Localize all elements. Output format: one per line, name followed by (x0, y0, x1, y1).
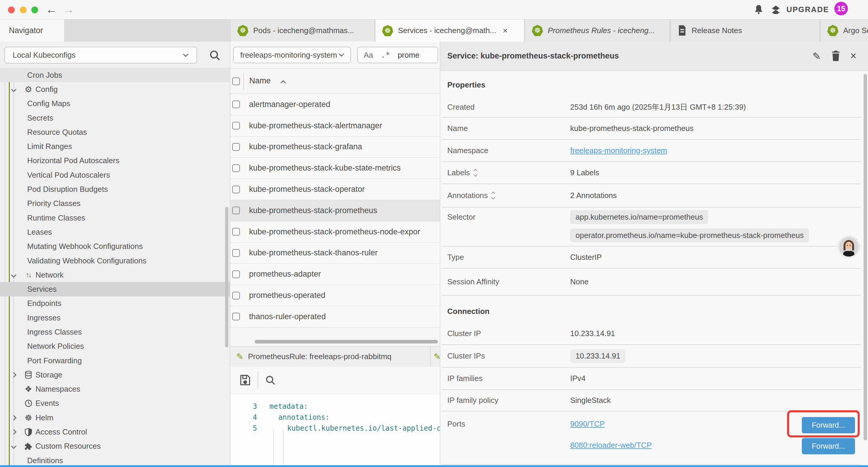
namespace-filter-select[interactable]: freeleaps-monitoring-system (233, 47, 351, 63)
table-row[interactable]: alertmanager-operated (230, 94, 440, 115)
row-checkbox[interactable] (232, 122, 240, 129)
row-checkbox[interactable] (232, 270, 240, 278)
tree-item-mutating-webhook-configurations[interactable]: Mutating Webhook Configurations (0, 239, 230, 254)
row-checkbox[interactable] (232, 207, 240, 214)
edit-pencil-icon[interactable]: ✎ (812, 50, 821, 62)
expand-collapse-icon[interactable] (474, 169, 477, 176)
tree-item-definitions[interactable]: Definitions (0, 454, 230, 465)
tab-prometheus-rules[interactable]: ☸ Prometheus Rules - icecheng... (525, 20, 670, 41)
row-checkbox[interactable] (232, 249, 240, 257)
table-row[interactable]: kube-prometheus-stack-operator (230, 179, 440, 200)
table-row[interactable]: kube-prometheus-stack-thanos-ruler (230, 243, 440, 264)
divider (441, 295, 861, 296)
detail-row-annotations: Annotations 2 Annotations (447, 184, 858, 207)
tree-item-runtime-classes[interactable]: Runtime Classes (0, 211, 230, 225)
tree-item-secrets[interactable]: Secrets (0, 111, 230, 125)
tab-services[interactable]: ☸ Services - icecheng@math... × (375, 20, 524, 42)
port-link[interactable]: 8080:reloader-web/TCP (570, 441, 652, 450)
horizontal-scrollbar[interactable] (230, 339, 440, 344)
port-link[interactable]: 9090/TCP (570, 419, 605, 429)
tree-item-limit-ranges[interactable]: Limit Ranges (0, 139, 230, 153)
tree-item-resource-quotas[interactable]: Resource Quotas (0, 125, 230, 139)
tree-item-ingresses[interactable]: Ingresses (0, 311, 230, 325)
search-icon[interactable] (209, 49, 221, 61)
table-row[interactable]: kube-prometheus-stack-alertmanager (230, 115, 440, 137)
forward-arrow-icon[interactable]: → (63, 4, 74, 16)
editor-tab-partial[interactable]: ✎ (431, 346, 440, 367)
namespace-link[interactable]: freeleaps-monitoring-system (570, 146, 667, 155)
tree-item-network[interactable]: ↑↓ Network (0, 268, 230, 282)
table-row[interactable]: kube-prometheus-stack-kube-state-metrics (230, 157, 440, 179)
tree-item-pod-disruption-budgets[interactable]: Pod Disruption Budgets (0, 182, 230, 196)
upgrade-icon[interactable] (770, 4, 782, 16)
tree-item-priority-classes[interactable]: Priority Classes (0, 197, 230, 211)
tree-item-endpoints[interactable]: Endpoints (0, 296, 230, 311)
yaml-editor[interactable]: 3 metadata: 4 annotations: 5 kubectl.kub… (230, 394, 440, 465)
row-checkbox[interactable] (232, 313, 240, 320)
resource-list-panel: freeleaps-monitoring-system Aa .* prome … (230, 41, 440, 465)
tree-item-leases[interactable]: Leases (0, 225, 230, 239)
editor-tab-prometheusrule[interactable]: ✎ PrometheusRule: freeleaps-prod-rabbitm… (230, 346, 430, 367)
tab-label: Prometheus Rules - icecheng... (548, 26, 655, 35)
table-row[interactable]: prometheus-operated (230, 285, 440, 306)
tree-item-ingress-classes[interactable]: Ingress Classes (0, 325, 230, 339)
tree-item-horizontal-pod-autoscalers[interactable]: Horizontal Pod Autoscalers (0, 154, 230, 168)
forward-port-button-2[interactable]: Forward... (802, 438, 855, 454)
expand-collapse-icon[interactable] (492, 192, 495, 199)
tree-item-port-forwarding[interactable]: Port Forwarding (0, 353, 230, 368)
row-checkbox[interactable] (232, 164, 240, 172)
column-header-name[interactable]: Name (249, 76, 271, 85)
tree-item-access-control[interactable]: Access Control (0, 425, 230, 439)
delete-trash-icon[interactable] (831, 50, 841, 61)
close-tab-icon[interactable]: × (503, 26, 507, 35)
row-checkbox[interactable] (232, 185, 240, 193)
kubeconfig-context-select[interactable]: Local Kubeconfigs (4, 47, 197, 63)
tab-argo[interactable]: ☸ Argo Se (821, 20, 868, 41)
tree-item-namespaces[interactable]: ❖ Namespaces (0, 382, 230, 396)
regex-icon[interactable]: .* (381, 51, 390, 59)
editor-search-icon[interactable] (265, 375, 276, 386)
tree-item-events[interactable]: Events (0, 396, 230, 411)
detail-row-namespace: Namespace freeleaps-monitoring-system (447, 140, 858, 161)
row-checkbox[interactable] (232, 228, 240, 236)
save-icon[interactable] (239, 374, 251, 386)
tree-item-services[interactable]: Services (0, 282, 230, 296)
row-checkbox[interactable] (232, 100, 240, 108)
tab-label: Services - icecheng@math... (398, 26, 496, 35)
minimize-button[interactable] (20, 6, 27, 13)
avatar[interactable] (838, 236, 860, 258)
table-row[interactable]: thanos-ruler-operated (230, 306, 440, 327)
row-checkbox[interactable] (232, 143, 240, 151)
tree-item-config[interactable]: ⚙ Config (0, 82, 230, 96)
tree-item-storage[interactable]: Storage (0, 368, 230, 382)
tab-release-notes[interactable]: Release Notes (671, 20, 820, 41)
search-input[interactable]: Aa .* prome (357, 47, 438, 63)
filter-bar: freeleaps-monitoring-system Aa .* prome (230, 41, 440, 68)
tree-item-network-policies[interactable]: Network Policies (0, 339, 230, 353)
table-row-selected[interactable]: kube-prometheus-stack-prometheus (230, 200, 440, 222)
table-row[interactable]: kube-prometheus-stack-prometheus-node-ex… (230, 222, 440, 243)
close-panel-icon[interactable]: × (850, 50, 857, 62)
back-arrow-icon[interactable]: ← (46, 4, 57, 16)
notification-count-badge[interactable]: 15 (834, 2, 848, 16)
select-all-checkbox[interactable] (232, 78, 240, 85)
detail-row-ip-family-policy: IP family policy SingleStack (447, 390, 858, 411)
table-row[interactable]: prometheus-adapter (230, 264, 440, 285)
tree-item-config-maps[interactable]: Config Maps (0, 97, 230, 111)
tree-item-helm[interactable]: ☸ Helm (0, 411, 230, 425)
detail-scrollbar[interactable] (864, 74, 867, 440)
row-checkbox[interactable] (232, 292, 240, 299)
match-case-icon[interactable]: Aa (364, 51, 373, 60)
tab-navigator[interactable]: Navigator (0, 20, 64, 42)
maximize-button[interactable] (31, 6, 38, 13)
tree-item-custom-resources[interactable]: Custom Resources (0, 439, 230, 454)
navigator-scrollbar[interactable] (225, 207, 228, 347)
table-row[interactable]: kube-prometheus-stack-grafana (230, 137, 440, 158)
notifications-bell-icon[interactable] (753, 4, 765, 16)
tree-item-cron-jobs[interactable]: Cron Jobs (0, 68, 230, 82)
tree-item-vertical-pod-autoscalers[interactable]: Vertical Pod Autoscalers (0, 168, 230, 182)
tab-pods[interactable]: ☸ Pods - icecheng@mathmas... (231, 20, 375, 41)
upgrade-label[interactable]: UPGRADE (786, 5, 829, 14)
tree-item-validating-webhook-configurations[interactable]: Validating Webhook Configurations (0, 254, 230, 268)
close-button[interactable] (8, 6, 15, 13)
